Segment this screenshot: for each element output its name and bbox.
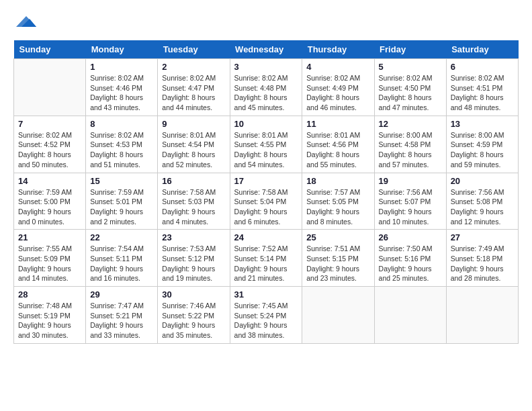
calendar-header: SundayMondayTuesdayWednesdayThursdayFrid… — [14, 40, 519, 59]
day-info: Sunrise: 8:00 AM Sunset: 4:59 PM Dayligh… — [451, 130, 514, 170]
day-number: 22 — [90, 232, 153, 242]
day-number: 19 — [379, 176, 442, 186]
day-number: 21 — [18, 232, 81, 242]
calendar-cell — [446, 287, 518, 344]
calendar-cell: 29Sunrise: 7:47 AM Sunset: 5:21 PM Dayli… — [86, 287, 158, 344]
calendar-cell: 18Sunrise: 7:57 AM Sunset: 5:05 PM Dayli… — [302, 173, 374, 230]
day-info: Sunrise: 7:58 AM Sunset: 5:03 PM Dayligh… — [162, 187, 225, 227]
day-number: 26 — [379, 232, 442, 242]
day-info: Sunrise: 8:02 AM Sunset: 4:46 PM Dayligh… — [90, 73, 153, 113]
calendar-cell: 23Sunrise: 7:53 AM Sunset: 5:12 PM Dayli… — [158, 230, 230, 287]
day-info: Sunrise: 8:02 AM Sunset: 4:49 PM Dayligh… — [306, 73, 369, 113]
header-day-friday: Friday — [374, 40, 446, 59]
calendar-cell: 3Sunrise: 8:02 AM Sunset: 4:48 PM Daylig… — [230, 59, 302, 116]
calendar-cell: 9Sunrise: 8:01 AM Sunset: 4:54 PM Daylig… — [158, 116, 230, 173]
page-header — [13, 13, 519, 30]
day-info: Sunrise: 7:59 AM Sunset: 5:00 PM Dayligh… — [18, 187, 81, 227]
calendar-cell: 25Sunrise: 7:51 AM Sunset: 5:15 PM Dayli… — [302, 230, 374, 287]
day-info: Sunrise: 8:02 AM Sunset: 4:51 PM Dayligh… — [451, 73, 514, 113]
calendar-cell: 30Sunrise: 7:46 AM Sunset: 5:22 PM Dayli… — [158, 287, 230, 344]
calendar-cell: 10Sunrise: 8:01 AM Sunset: 4:55 PM Dayli… — [230, 116, 302, 173]
header-day-sunday: Sunday — [14, 40, 86, 59]
calendar-cell: 20Sunrise: 7:56 AM Sunset: 5:08 PM Dayli… — [446, 173, 518, 230]
day-info: Sunrise: 8:02 AM Sunset: 4:52 PM Dayligh… — [18, 130, 81, 170]
week-row-1: 1Sunrise: 8:02 AM Sunset: 4:46 PM Daylig… — [14, 59, 519, 116]
day-number: 6 — [451, 62, 514, 72]
day-info: Sunrise: 7:59 AM Sunset: 5:01 PM Dayligh… — [90, 187, 153, 227]
day-number: 29 — [90, 289, 153, 300]
day-number: 24 — [234, 232, 298, 242]
calendar-cell: 22Sunrise: 7:54 AM Sunset: 5:11 PM Dayli… — [86, 230, 158, 287]
day-number: 4 — [306, 62, 369, 72]
day-number: 28 — [18, 289, 81, 300]
day-number: 30 — [162, 289, 225, 300]
calendar-cell: 28Sunrise: 7:48 AM Sunset: 5:19 PM Dayli… — [14, 287, 86, 344]
day-info: Sunrise: 8:01 AM Sunset: 4:56 PM Dayligh… — [306, 130, 369, 170]
day-info: Sunrise: 7:50 AM Sunset: 5:16 PM Dayligh… — [379, 244, 442, 283]
day-info: Sunrise: 7:53 AM Sunset: 5:12 PM Dayligh… — [162, 244, 225, 283]
day-info: Sunrise: 7:56 AM Sunset: 5:07 PM Dayligh… — [379, 187, 442, 227]
calendar-cell: 1Sunrise: 8:02 AM Sunset: 4:46 PM Daylig… — [86, 59, 158, 116]
calendar-cell: 17Sunrise: 7:58 AM Sunset: 5:04 PM Dayli… — [230, 173, 302, 230]
day-info: Sunrise: 8:02 AM Sunset: 4:50 PM Dayligh… — [379, 73, 442, 113]
day-number: 10 — [234, 119, 298, 129]
header-day-monday: Monday — [86, 40, 158, 59]
logo-icon — [16, 13, 36, 30]
week-row-2: 7Sunrise: 8:02 AM Sunset: 4:52 PM Daylig… — [14, 116, 519, 173]
calendar-cell: 8Sunrise: 8:02 AM Sunset: 4:53 PM Daylig… — [86, 116, 158, 173]
calendar-cell: 12Sunrise: 8:00 AM Sunset: 4:58 PM Dayli… — [374, 116, 446, 173]
day-info: Sunrise: 7:51 AM Sunset: 5:15 PM Dayligh… — [306, 244, 369, 283]
day-info: Sunrise: 7:54 AM Sunset: 5:11 PM Dayligh… — [90, 244, 153, 283]
day-info: Sunrise: 7:49 AM Sunset: 5:18 PM Dayligh… — [451, 244, 514, 283]
calendar-cell: 24Sunrise: 7:52 AM Sunset: 5:14 PM Dayli… — [230, 230, 302, 287]
week-row-5: 28Sunrise: 7:48 AM Sunset: 5:19 PM Dayli… — [14, 287, 519, 344]
calendar-cell: 14Sunrise: 7:59 AM Sunset: 5:00 PM Dayli… — [14, 173, 86, 230]
calendar-cell: 13Sunrise: 8:00 AM Sunset: 4:59 PM Dayli… — [446, 116, 518, 173]
day-info: Sunrise: 7:55 AM Sunset: 5:09 PM Dayligh… — [18, 244, 81, 283]
day-number: 11 — [306, 119, 369, 129]
day-info: Sunrise: 8:01 AM Sunset: 4:54 PM Dayligh… — [162, 130, 225, 170]
calendar-cell: 16Sunrise: 7:58 AM Sunset: 5:03 PM Dayli… — [158, 173, 230, 230]
day-info: Sunrise: 7:48 AM Sunset: 5:19 PM Dayligh… — [18, 301, 81, 340]
day-number: 9 — [162, 119, 225, 129]
calendar-cell: 6Sunrise: 8:02 AM Sunset: 4:51 PM Daylig… — [446, 59, 518, 116]
calendar-cell: 2Sunrise: 8:02 AM Sunset: 4:47 PM Daylig… — [158, 59, 230, 116]
week-row-4: 21Sunrise: 7:55 AM Sunset: 5:09 PM Dayli… — [14, 230, 519, 287]
day-info: Sunrise: 7:52 AM Sunset: 5:14 PM Dayligh… — [234, 244, 298, 283]
day-info: Sunrise: 7:45 AM Sunset: 5:24 PM Dayligh… — [234, 301, 298, 340]
calendar-cell: 4Sunrise: 8:02 AM Sunset: 4:49 PM Daylig… — [302, 59, 374, 116]
header-row: SundayMondayTuesdayWednesdayThursdayFrid… — [14, 40, 519, 59]
calendar-cell: 26Sunrise: 7:50 AM Sunset: 5:16 PM Dayli… — [374, 230, 446, 287]
day-info: Sunrise: 8:01 AM Sunset: 4:55 PM Dayligh… — [234, 130, 298, 170]
day-info: Sunrise: 7:58 AM Sunset: 5:04 PM Dayligh… — [234, 187, 298, 227]
day-number: 3 — [234, 62, 298, 72]
day-number: 5 — [379, 62, 442, 72]
day-number: 23 — [162, 232, 225, 242]
day-info: Sunrise: 8:02 AM Sunset: 4:47 PM Dayligh… — [162, 73, 225, 113]
calendar-cell: 27Sunrise: 7:49 AM Sunset: 5:18 PM Dayli… — [446, 230, 518, 287]
calendar-body: 1Sunrise: 8:02 AM Sunset: 4:46 PM Daylig… — [14, 59, 519, 344]
day-info: Sunrise: 7:47 AM Sunset: 5:21 PM Dayligh… — [90, 301, 153, 340]
logo — [13, 13, 36, 30]
calendar-cell — [302, 287, 374, 344]
day-number: 16 — [162, 176, 225, 186]
calendar-cell: 7Sunrise: 8:02 AM Sunset: 4:52 PM Daylig… — [14, 116, 86, 173]
day-number: 13 — [451, 119, 514, 129]
day-number: 12 — [379, 119, 442, 129]
day-info: Sunrise: 8:02 AM Sunset: 4:48 PM Dayligh… — [234, 73, 298, 113]
day-number: 17 — [234, 176, 298, 186]
day-number: 31 — [234, 289, 298, 300]
day-info: Sunrise: 8:00 AM Sunset: 4:58 PM Dayligh… — [379, 130, 442, 170]
calendar-table: SundayMondayTuesdayWednesdayThursdayFrid… — [13, 40, 519, 344]
calendar-cell: 11Sunrise: 8:01 AM Sunset: 4:56 PM Dayli… — [302, 116, 374, 173]
day-number: 18 — [306, 176, 369, 186]
day-number: 20 — [451, 176, 514, 186]
calendar-cell: 21Sunrise: 7:55 AM Sunset: 5:09 PM Dayli… — [14, 230, 86, 287]
calendar-cell: 31Sunrise: 7:45 AM Sunset: 5:24 PM Dayli… — [230, 287, 302, 344]
week-row-3: 14Sunrise: 7:59 AM Sunset: 5:00 PM Dayli… — [14, 173, 519, 230]
header-day-thursday: Thursday — [302, 40, 374, 59]
day-number: 1 — [90, 62, 153, 72]
day-number: 2 — [162, 62, 225, 72]
calendar-cell: 19Sunrise: 7:56 AM Sunset: 5:07 PM Dayli… — [374, 173, 446, 230]
day-number: 14 — [18, 176, 81, 186]
